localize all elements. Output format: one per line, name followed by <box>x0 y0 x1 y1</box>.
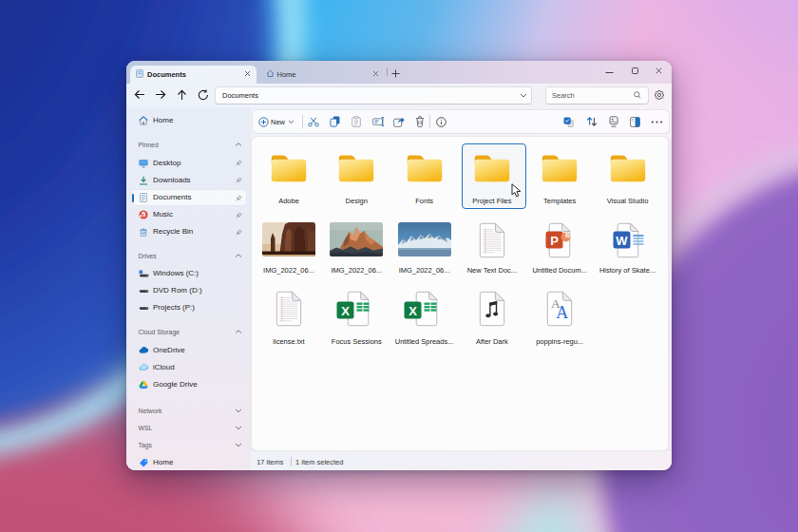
svg-text:P: P <box>550 234 559 248</box>
svg-text:X: X <box>341 303 350 317</box>
svg-text:X: X <box>408 303 417 317</box>
svg-text:W: W <box>616 234 628 248</box>
svg-text:A: A <box>556 303 568 322</box>
